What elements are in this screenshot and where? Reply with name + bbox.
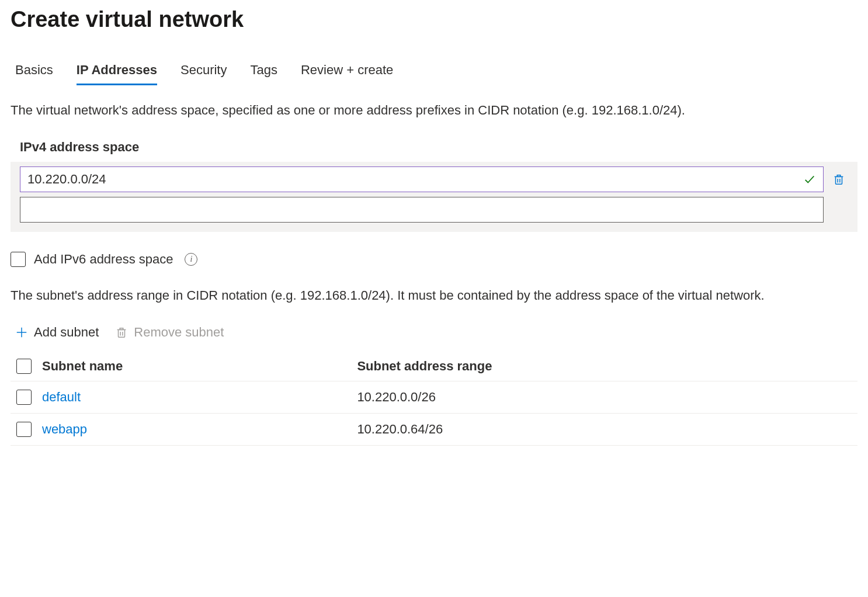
- ipv6-checkbox[interactable]: [11, 252, 26, 267]
- tab-security[interactable]: Security: [180, 60, 227, 85]
- table-row: webapp 10.220.0.64/26: [11, 413, 857, 445]
- page-title: Create virtual network: [11, 7, 857, 32]
- trash-icon: [832, 172, 845, 186]
- address-space-input-1[interactable]: [20, 197, 823, 222]
- address-space-input-row-0: [20, 166, 824, 192]
- tab-review-create[interactable]: Review + create: [301, 60, 393, 85]
- address-space-block: [11, 162, 857, 232]
- delete-address-space-button-0[interactable]: [829, 172, 848, 186]
- subnet-table: Subnet name Subnet address range default…: [11, 352, 857, 446]
- address-space-input-row-1: [20, 197, 824, 223]
- ipv6-checkbox-label: Add IPv6 address space: [34, 252, 173, 267]
- tab-ip-addresses[interactable]: IP Addresses: [77, 60, 157, 85]
- subnet-range-0: 10.220.0.0/26: [352, 381, 857, 413]
- add-subnet-label: Add subnet: [34, 325, 99, 340]
- tab-basics[interactable]: Basics: [15, 60, 53, 85]
- select-all-subnets-checkbox[interactable]: [16, 359, 32, 374]
- info-icon[interactable]: i: [185, 253, 197, 266]
- address-space-description: The virtual network's address space, spe…: [11, 102, 857, 120]
- subnet-name-link-1[interactable]: webapp: [42, 422, 87, 436]
- tab-tags[interactable]: Tags: [250, 60, 277, 85]
- subnet-row-checkbox-1[interactable]: [16, 422, 32, 437]
- tab-bar: Basics IP Addresses Security Tags Review…: [11, 60, 857, 85]
- trash-icon: [115, 325, 128, 339]
- remove-subnet-label: Remove subnet: [134, 325, 224, 340]
- plus-icon: [15, 326, 28, 339]
- ipv4-address-space-label: IPv4 address space: [20, 140, 857, 155]
- add-subnet-button[interactable]: Add subnet: [15, 325, 99, 340]
- address-space-input-0[interactable]: [20, 167, 803, 192]
- subnet-range-1: 10.220.0.64/26: [352, 413, 857, 445]
- remove-subnet-button: Remove subnet: [115, 325, 224, 340]
- subnet-name-link-0[interactable]: default: [42, 390, 81, 404]
- subnet-description: The subnet's address range in CIDR notat…: [11, 287, 857, 305]
- checkmark-icon: [803, 173, 816, 186]
- column-subnet-name[interactable]: Subnet name: [37, 352, 352, 381]
- table-row: default 10.220.0.0/26: [11, 381, 857, 413]
- subnet-row-checkbox-0[interactable]: [16, 390, 32, 405]
- column-subnet-range[interactable]: Subnet address range: [352, 352, 857, 381]
